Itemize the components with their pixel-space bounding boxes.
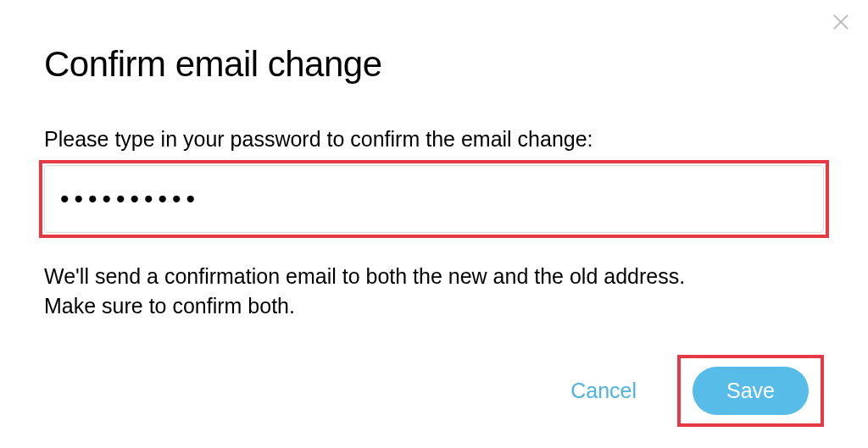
- confirmation-info: We'll send a confirmation email to both …: [44, 262, 739, 321]
- save-button-highlight: Save: [677, 355, 824, 427]
- save-button[interactable]: Save: [693, 367, 809, 415]
- cancel-button[interactable]: Cancel: [564, 367, 643, 415]
- dialog-title: Confirm email change: [44, 44, 824, 85]
- password-input-highlight: [39, 160, 829, 238]
- dialog-actions: Cancel Save: [44, 355, 824, 427]
- close-icon[interactable]: [829, 10, 853, 34]
- password-input[interactable]: [44, 165, 824, 233]
- confirm-email-change-dialog: Confirm email change Please type in your…: [0, 0, 868, 448]
- password-prompt: Please type in your password to confirm …: [44, 127, 824, 152]
